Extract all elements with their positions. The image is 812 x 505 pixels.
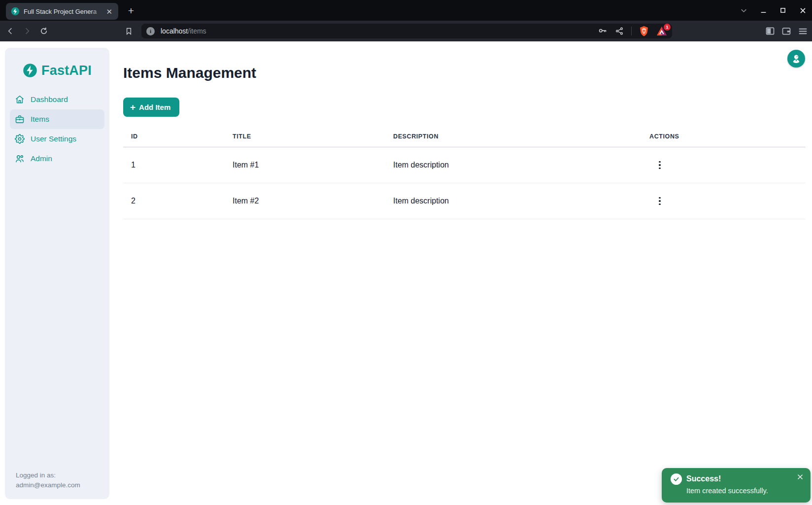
page-title: Items Management xyxy=(123,63,805,83)
url-text[interactable]: localhost/items xyxy=(161,27,598,35)
sidebar-toggle-icon[interactable] xyxy=(765,26,775,36)
sidebar-nav: Dashboard Items User Settings Admin xyxy=(5,90,109,168)
user-avatar-button[interactable] xyxy=(787,50,805,67)
cell-title: Item #2 xyxy=(225,183,385,219)
site-info-icon[interactable]: i xyxy=(146,27,155,35)
logged-in-email: admin@example.com xyxy=(16,480,80,490)
add-item-button[interactable]: + Add Item xyxy=(123,98,179,117)
sidebar-item-user-settings[interactable]: User Settings xyxy=(10,129,104,149)
check-circle-icon xyxy=(671,473,682,485)
reload-button[interactable] xyxy=(37,25,50,37)
row-actions-menu-icon[interactable] xyxy=(653,158,667,172)
back-button[interactable] xyxy=(4,25,17,37)
user-icon xyxy=(791,53,802,64)
cell-description: Item description xyxy=(385,147,642,183)
minimize-button[interactable] xyxy=(757,4,770,17)
share-icon[interactable] xyxy=(615,27,624,35)
users-icon xyxy=(15,154,25,164)
url-bar[interactable]: i localhost/items 1 xyxy=(141,24,672,38)
tab-close-icon[interactable]: ✕ xyxy=(104,7,114,16)
page-content: FastAPI Dashboard Items User Settings A xyxy=(0,41,812,505)
items-table: ID TITLE DESCRIPTION ACTIONS 1 Item #1 I… xyxy=(123,133,805,219)
cell-id: 1 xyxy=(123,147,225,183)
fastapi-logo: FastAPI xyxy=(5,62,109,79)
column-header-title: TITLE xyxy=(225,133,385,147)
table-row: 1 Item #1 Item description xyxy=(123,147,805,183)
brave-shield-icon[interactable] xyxy=(639,26,649,36)
fastapi-lightning-icon xyxy=(23,63,37,78)
column-header-actions: ACTIONS xyxy=(642,133,805,147)
table-row: 2 Item #2 Item description xyxy=(123,183,805,219)
password-key-icon[interactable] xyxy=(598,26,608,36)
sidebar-item-label: Admin xyxy=(31,154,52,163)
home-icon xyxy=(15,95,25,104)
cell-title: Item #1 xyxy=(225,147,385,183)
tab-search-chevron-icon[interactable] xyxy=(737,4,750,17)
sidebar-item-label: User Settings xyxy=(31,135,76,143)
new-tab-button[interactable]: + xyxy=(124,4,138,18)
logo-text: FastAPI xyxy=(41,63,92,78)
column-header-description: DESCRIPTION xyxy=(385,133,642,147)
column-header-id: ID xyxy=(123,133,225,147)
logged-in-info: Logged in as: admin@example.com xyxy=(16,471,80,490)
navigation-bar: i localhost/items 1 xyxy=(0,21,812,41)
tab-title: Full Stack Project Genera xyxy=(24,8,104,15)
maximize-button[interactable] xyxy=(777,4,789,17)
sidebar-item-admin[interactable]: Admin xyxy=(10,149,104,168)
sidebar-item-label: Dashboard xyxy=(31,95,68,104)
tab-bar: Full Stack Project Genera ✕ + xyxy=(0,0,812,21)
row-actions-menu-icon[interactable] xyxy=(653,194,667,208)
table-header-row: ID TITLE DESCRIPTION ACTIONS xyxy=(123,133,805,147)
main-content: Items Management + Add Item ID TITLE DES… xyxy=(123,41,805,219)
fastapi-favicon-icon xyxy=(11,7,20,16)
browser-tab[interactable]: Full Stack Project Genera ✕ xyxy=(6,3,118,20)
toast-title: Success! xyxy=(686,474,721,483)
rewards-badge: 1 xyxy=(664,24,671,31)
sidebar-item-dashboard[interactable]: Dashboard xyxy=(10,90,104,109)
toast-message: Item created successfully. xyxy=(686,487,768,495)
toast-close-icon[interactable] xyxy=(795,472,805,482)
close-window-button[interactable] xyxy=(796,4,809,17)
cell-description: Item description xyxy=(385,183,642,219)
plus-icon: + xyxy=(130,102,135,112)
gear-icon xyxy=(15,134,25,144)
cell-id: 2 xyxy=(123,183,225,219)
logged-in-label: Logged in as: xyxy=(16,471,80,480)
sidebar-item-items[interactable]: Items xyxy=(10,109,104,129)
sidebar-item-label: Items xyxy=(31,115,49,124)
forward-button[interactable] xyxy=(21,25,34,37)
success-toast: Success! Item created successfully. xyxy=(662,468,811,503)
briefcase-icon xyxy=(15,114,25,124)
app-sidebar: FastAPI Dashboard Items User Settings A xyxy=(5,48,109,499)
wallet-icon[interactable] xyxy=(781,26,791,36)
menu-hamburger-icon[interactable] xyxy=(798,26,808,36)
browser-window: Full Stack Project Genera ✕ + xyxy=(0,0,812,505)
bookmark-icon[interactable] xyxy=(122,25,135,37)
brave-rewards-icon[interactable]: 1 xyxy=(656,26,667,36)
divider xyxy=(631,27,632,35)
window-controls xyxy=(737,0,809,21)
